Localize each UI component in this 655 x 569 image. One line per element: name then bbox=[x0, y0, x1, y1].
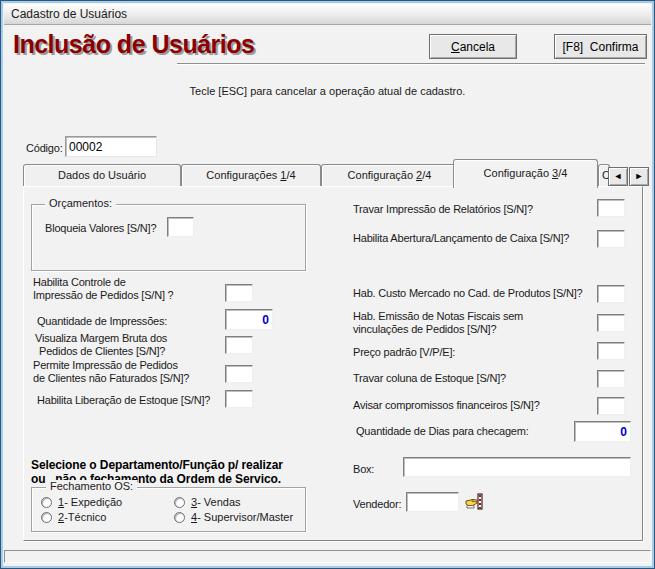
travar-coluna-input[interactable] bbox=[597, 370, 625, 388]
visualiza-margem-label-line1: Visualiza Margem Bruta dos bbox=[35, 332, 167, 344]
habilita-controle-label-line1: Habilita Controle de bbox=[33, 276, 126, 288]
esc-hint-text: Tecle [ESC] para cancelar a operação atu… bbox=[4, 85, 651, 97]
hab-custo-input[interactable] bbox=[597, 285, 625, 303]
radio-supervisor[interactable]: 4- Supervisor/Master bbox=[174, 511, 293, 523]
cancel-button[interactable]: Cancela bbox=[429, 34, 517, 59]
status-bar bbox=[4, 550, 651, 563]
departamento-note-line1: Selecione o Departamento/Função p/ reali… bbox=[31, 458, 283, 472]
preco-padrao-input[interactable] bbox=[597, 342, 625, 360]
vendedor-input[interactable] bbox=[406, 492, 459, 512]
vendedor-lookup-icon[interactable] bbox=[464, 492, 484, 512]
tab-configuracao-2-4[interactable]: Configuração 2/4 bbox=[321, 164, 458, 187]
bloqueia-valores-label: Bloqueia Valores [S/N]? bbox=[45, 222, 156, 234]
tab-scroll-right-icon[interactable]: ► bbox=[629, 167, 649, 186]
tab-scroll-left-icon[interactable]: ◄ bbox=[608, 167, 628, 186]
habilita-liberacao-label: Habilita Liberação de Estoque [S/N]? bbox=[37, 394, 210, 406]
qtd-dias-label: Quantidade de Dias para checagem: bbox=[356, 425, 529, 437]
bloqueia-valores-input[interactable] bbox=[167, 217, 194, 237]
visualiza-margem-label-line2: Pedidos de Clientes [S/N]? bbox=[39, 345, 165, 357]
radio-tecnico[interactable]: 2-Técnico bbox=[41, 511, 106, 523]
visualiza-margem-input[interactable] bbox=[225, 336, 253, 354]
permite-impressao-label-line2: de Clientes não Faturados [S/N]? bbox=[33, 372, 189, 384]
habilita-controle-label-line2: Impressão de Pedidos [S/N] ? bbox=[33, 289, 174, 301]
avisar-compromissos-input[interactable] bbox=[597, 397, 625, 415]
qtd-impressoes-input[interactable] bbox=[225, 309, 273, 330]
header-divider bbox=[177, 63, 645, 65]
radio-vendas[interactable]: 3- Vendas bbox=[174, 496, 241, 508]
tab-configuracao-3-4[interactable]: Configuração 3/4 bbox=[453, 159, 598, 188]
box-input[interactable] bbox=[403, 457, 631, 477]
orcamentos-group: Orçamentos: bbox=[31, 204, 306, 271]
fechamento-os-legend: Fechamento OS: bbox=[46, 480, 137, 492]
radio-expedicao-label: 1- Expedição bbox=[58, 496, 122, 508]
cadastro-usuarios-window: Cadastro de Usuários Inclusão de Usuário… bbox=[0, 0, 655, 569]
radio-vendas-label: 3- Vendas bbox=[191, 496, 241, 508]
window-titlebar[interactable]: Cadastro de Usuários bbox=[4, 4, 651, 25]
preco-padrao-label: Preço padrão [V/P/E]: bbox=[353, 346, 455, 358]
travar-impressao-label: Travar Impressão de Relatórios [S/N]? bbox=[353, 203, 533, 215]
habilita-abertura-input[interactable] bbox=[597, 230, 625, 248]
travar-coluna-label: Travar coluna de Estoque [S/N]? bbox=[353, 372, 506, 384]
tab-configuracoes-1-4[interactable]: Configurações 1/4 bbox=[181, 164, 321, 187]
vendedor-label: Vendedor: bbox=[353, 498, 401, 510]
travar-impressao-input[interactable] bbox=[597, 199, 625, 217]
radio-supervisor-circle-icon[interactable] bbox=[174, 512, 185, 523]
radio-expedicao-circle-icon[interactable] bbox=[41, 497, 52, 508]
fechamento-os-group: Fechamento OS: bbox=[31, 487, 306, 532]
habilita-controle-input[interactable] bbox=[225, 284, 253, 302]
page-title: Inclusão de Usuários bbox=[13, 30, 254, 59]
radio-expedicao[interactable]: 1- Expedição bbox=[41, 496, 122, 508]
window-title: Cadastro de Usuários bbox=[11, 7, 127, 21]
radio-tecnico-circle-icon[interactable] bbox=[41, 512, 52, 523]
hab-emissao-label-line2: vinculações de Pedidos [S/N]? bbox=[353, 323, 496, 335]
hab-emissao-input[interactable] bbox=[597, 314, 625, 332]
radio-supervisor-label: 4- Supervisor/Master bbox=[191, 511, 293, 523]
hab-custo-label: Hab. Custo Mercado no Cad. de Produtos [… bbox=[353, 287, 582, 299]
qtd-dias-input[interactable] bbox=[574, 421, 631, 442]
tab-dados-do-usuario[interactable]: Dados do Usuário bbox=[23, 164, 181, 187]
radio-vendas-circle-icon[interactable] bbox=[174, 497, 185, 508]
habilita-liberacao-input[interactable] bbox=[225, 390, 253, 408]
habilita-abertura-label: Habilita Abertura/Lançamento de Caixa [S… bbox=[353, 232, 569, 244]
orcamentos-legend: Orçamentos: bbox=[45, 197, 116, 209]
avisar-compromissos-label: Avisar compromissos financeiros [S/N]? bbox=[353, 399, 540, 411]
codigo-input[interactable] bbox=[65, 136, 157, 157]
permite-impressao-input[interactable] bbox=[225, 365, 253, 383]
permite-impressao-label-line1: Permite Impressão de Pedidos bbox=[33, 359, 178, 371]
hab-emissao-label-line1: Hab. Emissão de Notas Fiscais sem bbox=[353, 310, 523, 322]
confirm-button[interactable]: [F8] Confirma bbox=[554, 34, 647, 59]
radio-tecnico-label: 2-Técnico bbox=[58, 511, 106, 523]
box-label: Box: bbox=[353, 463, 374, 475]
codigo-label: Código: bbox=[26, 142, 63, 154]
qtd-impressoes-label: Quantidade de Impressões: bbox=[37, 315, 167, 327]
